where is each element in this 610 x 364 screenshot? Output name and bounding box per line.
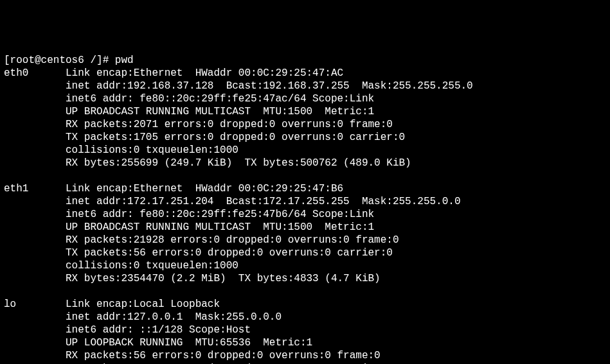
iface-line: inet addr:172.17.251.204 Bcast:172.17.25… <box>66 196 461 207</box>
iface-line: UP BROADCAST RUNNING MULTICAST MTU:1500 … <box>66 106 374 117</box>
iface-line: RX packets:56 errors:0 dropped:0 overrun… <box>66 350 381 361</box>
iface-line: UP BROADCAST RUNNING MULTICAST MTU:1500 … <box>66 221 374 233</box>
iface-line: inet6 addr: ::1/128 Scope:Host <box>66 324 251 336</box>
iface-line: Link encap:Ethernet HWaddr 00:0C:29:25:4… <box>66 67 343 79</box>
shell-prompt: [root@centos6 /]# pwd <box>4 55 134 66</box>
iface-line: inet6 addr: fe80::20c:29ff:fe25:47b6/64 … <box>66 209 374 220</box>
iface-line: Link encap:Ethernet HWaddr 00:0C:29:25:4… <box>66 183 343 195</box>
iface-line: TX packets:1705 errors:0 dropped:0 overr… <box>66 132 405 143</box>
iface-line: Link encap:Local Loopback <box>66 299 220 310</box>
iface-line: TX packets:56 errors:0 dropped:0 overrun… <box>66 247 393 259</box>
iface-name: lo <box>4 299 16 310</box>
iface-line: RX bytes:255699 (249.7 KiB) TX bytes:500… <box>66 157 411 169</box>
iface-line: collisions:0 txqueuelen:1000 <box>66 144 238 156</box>
iface-block: eth0 Link encap:Ethernet HWaddr 00:0C:29… <box>4 67 473 169</box>
terminal-output[interactable]: [root@centos6 /]# pwd eth0 Link encap:Et… <box>4 54 606 364</box>
iface-line: inet addr:127.0.0.1 Mask:255.0.0.0 <box>66 311 282 323</box>
iface-line: collisions:0 txqueuelen:1000 <box>66 260 238 272</box>
iface-line: UP LOOPBACK RUNNING MTU:65536 Metric:1 <box>66 337 312 349</box>
iface-line: inet6 addr: fe80::20c:29ff:fe25:47ac/64 … <box>66 93 374 105</box>
iface-line: RX bytes:2354470 (2.2 MiB) TX bytes:4833… <box>66 273 381 284</box>
iface-line: inet addr:192.168.37.128 Bcast:192.168.3… <box>66 80 473 92</box>
iface-line: RX packets:2071 errors:0 dropped:0 overr… <box>66 119 393 130</box>
iface-name: eth0 <box>4 67 28 79</box>
iface-block: lo Link encap:Local Loopback inet addr:1… <box>4 299 393 364</box>
iface-name: eth1 <box>4 183 28 195</box>
iface-line: RX packets:21928 errors:0 dropped:0 over… <box>66 234 399 246</box>
iface-block: eth1 Link encap:Ethernet HWaddr 00:0C:29… <box>4 183 461 284</box>
